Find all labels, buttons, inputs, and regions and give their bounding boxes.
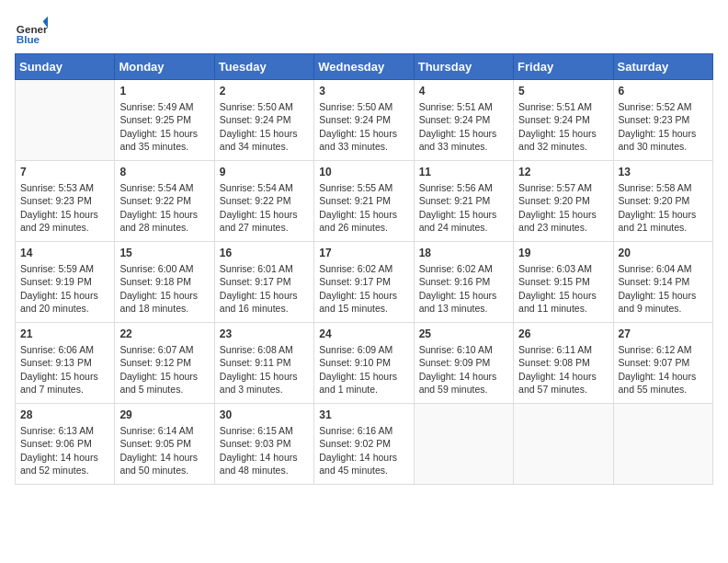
day-header-monday: Monday — [115, 54, 214, 80]
day-header-thursday: Thursday — [414, 54, 513, 80]
calendar-table: SundayMondayTuesdayWednesdayThursdayFrid… — [15, 53, 713, 485]
day-number: 26 — [518, 327, 608, 341]
day-number: 6 — [619, 84, 708, 98]
calendar-cell: 25Sunrise: 6:10 AMSunset: 9:09 PMDayligh… — [414, 323, 513, 404]
day-header-friday: Friday — [514, 54, 613, 80]
day-number: 10 — [319, 165, 408, 179]
calendar-cell: 7Sunrise: 5:53 AMSunset: 9:23 PMDaylight… — [16, 161, 115, 242]
calendar-header-row: SundayMondayTuesdayWednesdayThursdayFrid… — [16, 54, 713, 80]
calendar-cell: 15Sunrise: 6:00 AMSunset: 9:18 PMDayligh… — [115, 242, 214, 323]
day-info: Sunrise: 6:07 AMSunset: 9:12 PMDaylight:… — [119, 344, 198, 395]
day-info: Sunrise: 6:09 AMSunset: 9:10 PMDaylight:… — [319, 344, 397, 395]
calendar-cell: 18Sunrise: 6:02 AMSunset: 9:16 PMDayligh… — [414, 242, 513, 323]
calendar-cell: 30Sunrise: 6:15 AMSunset: 9:03 PMDayligh… — [214, 404, 313, 485]
day-info: Sunrise: 6:06 AMSunset: 9:13 PMDaylight:… — [20, 344, 98, 395]
day-info: Sunrise: 5:57 AMSunset: 9:20 PMDaylight:… — [518, 182, 597, 233]
day-info: Sunrise: 5:49 AMSunset: 9:25 PMDaylight:… — [119, 101, 198, 152]
day-number: 18 — [419, 246, 508, 260]
day-number: 28 — [20, 408, 109, 422]
day-number: 1 — [119, 84, 209, 98]
day-number: 30 — [220, 408, 309, 422]
day-number: 20 — [619, 246, 708, 260]
day-number: 2 — [220, 84, 309, 98]
calendar-cell: 13Sunrise: 5:58 AMSunset: 9:20 PMDayligh… — [613, 161, 712, 242]
calendar-cell: 21Sunrise: 6:06 AMSunset: 9:13 PMDayligh… — [16, 323, 115, 404]
calendar-cell — [613, 404, 712, 485]
calendar-cell: 11Sunrise: 5:56 AMSunset: 9:21 PMDayligh… — [414, 161, 513, 242]
day-info: Sunrise: 5:51 AMSunset: 9:24 PMDaylight:… — [518, 101, 597, 152]
calendar-cell: 22Sunrise: 6:07 AMSunset: 9:12 PMDayligh… — [115, 323, 214, 404]
day-number: 13 — [619, 165, 708, 179]
day-number: 24 — [319, 327, 408, 341]
calendar-cell: 2Sunrise: 5:50 AMSunset: 9:24 PMDaylight… — [214, 80, 313, 161]
day-info: Sunrise: 6:02 AMSunset: 9:17 PMDaylight:… — [319, 263, 397, 314]
day-number: 8 — [119, 165, 209, 179]
day-info: Sunrise: 5:56 AMSunset: 9:21 PMDaylight:… — [419, 182, 497, 233]
week-row-3: 14Sunrise: 5:59 AMSunset: 9:19 PMDayligh… — [16, 242, 713, 323]
calendar-cell: 9Sunrise: 5:54 AMSunset: 9:22 PMDaylight… — [214, 161, 313, 242]
day-number: 5 — [518, 84, 608, 98]
day-info: Sunrise: 6:04 AMSunset: 9:14 PMDaylight:… — [619, 263, 697, 314]
calendar-cell: 26Sunrise: 6:11 AMSunset: 9:08 PMDayligh… — [514, 323, 613, 404]
day-info: Sunrise: 5:52 AMSunset: 9:23 PMDaylight:… — [619, 101, 697, 152]
day-info: Sunrise: 5:54 AMSunset: 9:22 PMDaylight:… — [220, 182, 298, 233]
day-header-tuesday: Tuesday — [214, 54, 313, 80]
day-number: 3 — [319, 84, 408, 98]
day-header-saturday: Saturday — [613, 54, 712, 80]
day-number: 23 — [220, 327, 309, 341]
day-info: Sunrise: 5:55 AMSunset: 9:21 PMDaylight:… — [319, 182, 397, 233]
calendar-cell: 12Sunrise: 5:57 AMSunset: 9:20 PMDayligh… — [514, 161, 613, 242]
day-number: 25 — [419, 327, 508, 341]
calendar-cell — [16, 80, 115, 161]
calendar-cell: 14Sunrise: 5:59 AMSunset: 9:19 PMDayligh… — [16, 242, 115, 323]
page-header: General Blue — [15, 15, 713, 48]
day-header-sunday: Sunday — [16, 54, 115, 80]
week-row-1: 1Sunrise: 5:49 AMSunset: 9:25 PMDaylight… — [16, 80, 713, 161]
day-info: Sunrise: 6:10 AMSunset: 9:09 PMDaylight:… — [419, 344, 497, 395]
day-info: Sunrise: 5:59 AMSunset: 9:19 PMDaylight:… — [20, 263, 98, 314]
day-number: 12 — [518, 165, 608, 179]
calendar-cell: 8Sunrise: 5:54 AMSunset: 9:22 PMDaylight… — [115, 161, 214, 242]
day-number: 17 — [319, 246, 408, 260]
day-number: 19 — [518, 246, 608, 260]
calendar-cell: 6Sunrise: 5:52 AMSunset: 9:23 PMDaylight… — [613, 80, 712, 161]
calendar-cell: 29Sunrise: 6:14 AMSunset: 9:05 PMDayligh… — [115, 404, 214, 485]
calendar-cell: 16Sunrise: 6:01 AMSunset: 9:17 PMDayligh… — [214, 242, 313, 323]
day-number: 7 — [20, 165, 109, 179]
calendar-cell: 4Sunrise: 5:51 AMSunset: 9:24 PMDaylight… — [414, 80, 513, 161]
calendar-cell: 17Sunrise: 6:02 AMSunset: 9:17 PMDayligh… — [314, 242, 414, 323]
day-number: 16 — [220, 246, 309, 260]
day-info: Sunrise: 5:53 AMSunset: 9:23 PMDaylight:… — [20, 182, 98, 233]
calendar-cell: 31Sunrise: 6:16 AMSunset: 9:02 PMDayligh… — [314, 404, 414, 485]
calendar-cell: 19Sunrise: 6:03 AMSunset: 9:15 PMDayligh… — [514, 242, 613, 323]
day-number: 21 — [20, 327, 109, 341]
day-info: Sunrise: 6:01 AMSunset: 9:17 PMDaylight:… — [220, 263, 298, 314]
calendar-cell — [414, 404, 513, 485]
day-info: Sunrise: 5:54 AMSunset: 9:22 PMDaylight:… — [119, 182, 198, 233]
day-info: Sunrise: 5:50 AMSunset: 9:24 PMDaylight:… — [319, 101, 397, 152]
calendar-cell: 27Sunrise: 6:12 AMSunset: 9:07 PMDayligh… — [613, 323, 712, 404]
day-number: 9 — [220, 165, 309, 179]
day-number: 31 — [319, 408, 408, 422]
day-info: Sunrise: 6:13 AMSunset: 9:06 PMDaylight:… — [20, 425, 98, 476]
day-info: Sunrise: 6:02 AMSunset: 9:16 PMDaylight:… — [419, 263, 497, 314]
day-info: Sunrise: 6:12 AMSunset: 9:07 PMDaylight:… — [619, 344, 697, 395]
calendar-cell: 20Sunrise: 6:04 AMSunset: 9:14 PMDayligh… — [613, 242, 712, 323]
day-number: 4 — [419, 84, 508, 98]
day-info: Sunrise: 6:03 AMSunset: 9:15 PMDaylight:… — [518, 263, 597, 314]
day-info: Sunrise: 6:14 AMSunset: 9:05 PMDaylight:… — [119, 425, 198, 476]
day-number: 14 — [20, 246, 109, 260]
logo-icon: General Blue — [15, 15, 48, 48]
day-info: Sunrise: 5:50 AMSunset: 9:24 PMDaylight:… — [220, 101, 298, 152]
day-info: Sunrise: 6:16 AMSunset: 9:02 PMDaylight:… — [319, 425, 397, 476]
week-row-5: 28Sunrise: 6:13 AMSunset: 9:06 PMDayligh… — [16, 404, 713, 485]
calendar-cell: 24Sunrise: 6:09 AMSunset: 9:10 PMDayligh… — [314, 323, 414, 404]
day-info: Sunrise: 5:51 AMSunset: 9:24 PMDaylight:… — [419, 101, 497, 152]
day-number: 11 — [419, 165, 508, 179]
day-info: Sunrise: 5:58 AMSunset: 9:20 PMDaylight:… — [619, 182, 697, 233]
week-row-4: 21Sunrise: 6:06 AMSunset: 9:13 PMDayligh… — [16, 323, 713, 404]
calendar-cell: 28Sunrise: 6:13 AMSunset: 9:06 PMDayligh… — [16, 404, 115, 485]
day-number: 29 — [119, 408, 209, 422]
calendar-cell: 10Sunrise: 5:55 AMSunset: 9:21 PMDayligh… — [314, 161, 414, 242]
day-number: 22 — [119, 327, 209, 341]
